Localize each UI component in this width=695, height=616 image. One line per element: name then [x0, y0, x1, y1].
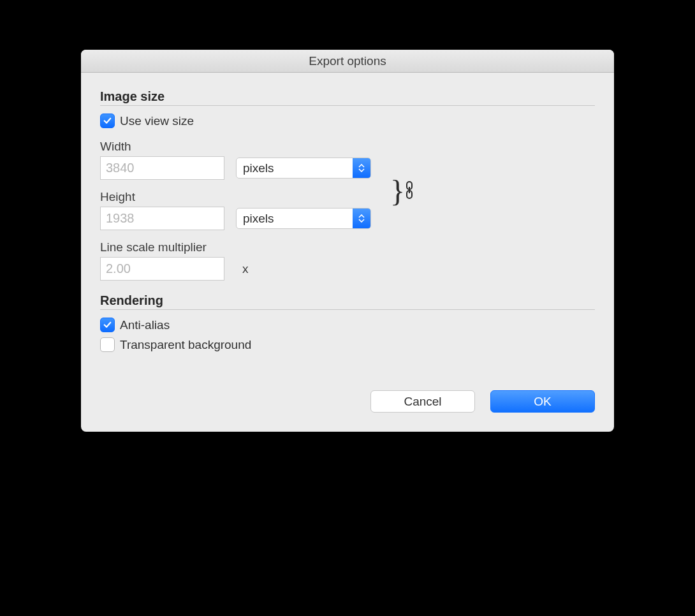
width-unit-text: pixels — [237, 161, 353, 175]
image-size-heading: Image size — [100, 89, 595, 106]
dialog-content: Image size Use view size Width pixels — [81, 73, 614, 432]
dimensions-block: Width pixels Height pixels — [100, 133, 595, 234]
dialog-titlebar: Export options — [81, 50, 614, 73]
chain-link-icon — [405, 180, 414, 202]
ok-button[interactable]: OK — [490, 390, 595, 413]
dialog-buttons: Cancel OK — [100, 390, 595, 413]
checkmark-icon — [103, 320, 112, 330]
line-scale-label: Line scale multiplier — [100, 240, 595, 254]
line-scale-input[interactable] — [100, 257, 224, 281]
use-view-size-row: Use view size — [100, 114, 595, 128]
cancel-button[interactable]: Cancel — [370, 390, 475, 413]
brace-icon: } — [390, 184, 405, 199]
checkmark-icon — [103, 116, 112, 126]
width-unit-select[interactable]: pixels — [236, 158, 371, 179]
use-view-size-checkbox[interactable] — [100, 114, 115, 128]
ok-button-label: OK — [534, 395, 551, 409]
height-unit-select[interactable]: pixels — [236, 208, 371, 229]
height-unit-text: pixels — [237, 212, 353, 226]
transparent-bg-label: Transparent background — [120, 338, 251, 352]
line-scale-suffix: x — [242, 262, 249, 276]
transparent-bg-row: Transparent background — [100, 337, 595, 352]
anti-alias-row: Anti-alias — [100, 318, 595, 332]
export-options-dialog: Export options Image size Use view size … — [81, 50, 614, 432]
updown-arrows-icon — [353, 209, 370, 228]
anti-alias-checkbox[interactable] — [100, 318, 115, 332]
updown-arrows-icon — [353, 158, 370, 178]
aspect-link[interactable]: } — [390, 163, 414, 219]
width-input[interactable] — [100, 156, 224, 180]
width-label: Width — [100, 140, 371, 154]
rendering-heading: Rendering — [100, 293, 595, 310]
height-label: Height — [100, 190, 371, 204]
height-input[interactable] — [100, 207, 224, 230]
use-view-size-label: Use view size — [120, 114, 194, 128]
dialog-title: Export options — [309, 54, 386, 68]
cancel-button-label: Cancel — [404, 395, 441, 409]
anti-alias-label: Anti-alias — [120, 318, 170, 332]
transparent-bg-checkbox[interactable] — [100, 337, 115, 352]
